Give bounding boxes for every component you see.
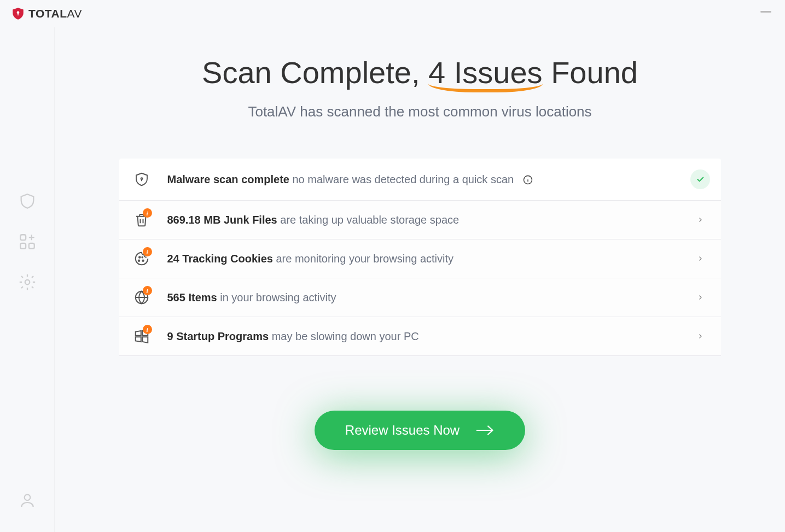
- svg-point-5: [25, 280, 30, 285]
- sidebar-item-settings[interactable]: [18, 272, 37, 292]
- app-logo-text: TOTALAV: [28, 7, 82, 20]
- app-logo: TOTALAV: [11, 7, 82, 21]
- warn-badge-icon: i: [143, 286, 152, 295]
- result-text: 24 Tracking Cookies are monitoring your …: [167, 253, 689, 265]
- cta-label: Review Issues Now: [345, 423, 460, 438]
- warn-badge-icon: i: [143, 325, 152, 334]
- apps-icon: [18, 232, 37, 251]
- svg-point-12: [142, 257, 143, 258]
- svg-point-10: [138, 260, 139, 262]
- check-icon: [696, 175, 705, 184]
- result-text: 565 Items in your browsing activity: [167, 291, 689, 304]
- svg-rect-1: [18, 13, 19, 15]
- results-list: Malware scan complete no malware was det…: [119, 159, 721, 356]
- svg-rect-3: [20, 243, 26, 249]
- result-row-startup[interactable]: i 9 Startup Programs may be slowing down…: [119, 317, 721, 356]
- gear-icon: [18, 273, 37, 291]
- chevron-right-icon: [697, 293, 703, 302]
- arrow-right-icon: [476, 424, 495, 436]
- chevron-right-icon: [697, 331, 703, 341]
- shield-icon: [18, 192, 37, 211]
- status-check-badge: [690, 169, 710, 189]
- result-text: 9 Startup Programs may be slowing down y…: [167, 330, 689, 343]
- shield-logo-icon: [11, 7, 25, 21]
- result-text: 869.18 MB Junk Files are taking up valua…: [167, 214, 689, 226]
- sidebar-item-apps[interactable]: [18, 232, 37, 252]
- page-subtitle: TotalAV has scanned the most common viru…: [88, 103, 752, 120]
- chevron-right-icon: [697, 215, 703, 225]
- svg-point-7: [141, 178, 142, 179]
- result-row-malware[interactable]: Malware scan complete no malware was det…: [119, 159, 721, 201]
- svg-point-11: [142, 260, 144, 262]
- warn-badge-icon: i: [143, 208, 152, 218]
- review-issues-button[interactable]: Review Issues Now: [315, 411, 525, 450]
- shield-lock-icon: [133, 171, 150, 188]
- info-icon[interactable]: [522, 174, 533, 185]
- svg-rect-2: [20, 235, 26, 240]
- svg-rect-4: [28, 243, 34, 249]
- sidebar-item-protection[interactable]: [18, 191, 37, 211]
- page-title: Scan Complete, 4 Issues Found: [88, 55, 752, 90]
- result-text: Malware scan complete no malware was det…: [167, 173, 689, 186]
- sidebar-item-account[interactable]: [18, 490, 37, 510]
- svg-point-6: [24, 494, 30, 500]
- title-bar: TOTALAV: [0, 0, 785, 27]
- result-row-cookies[interactable]: i 24 Tracking Cookies are monitoring you…: [119, 239, 721, 278]
- result-row-browsing[interactable]: i 565 Items in your browsing activity: [119, 278, 721, 317]
- main-content: Scan Complete, 4 Issues Found TotalAV ha…: [55, 33, 785, 532]
- svg-point-9: [139, 256, 141, 258]
- user-icon: [19, 492, 36, 509]
- chevron-right-icon: [697, 254, 703, 264]
- warn-badge-icon: i: [143, 247, 152, 256]
- result-row-junk[interactable]: i 869.18 MB Junk Files are taking up val…: [119, 201, 721, 239]
- sidebar: [0, 27, 55, 532]
- minimize-button[interactable]: [760, 11, 771, 13]
